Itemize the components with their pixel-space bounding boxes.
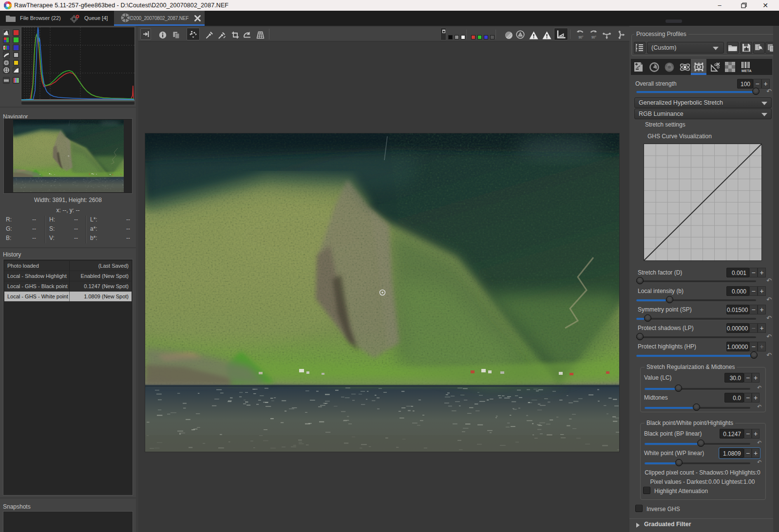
svg-text:90°: 90°	[578, 35, 583, 38]
svg-text:META: META	[741, 69, 752, 73]
svg-text:90°: 90°	[591, 35, 596, 38]
